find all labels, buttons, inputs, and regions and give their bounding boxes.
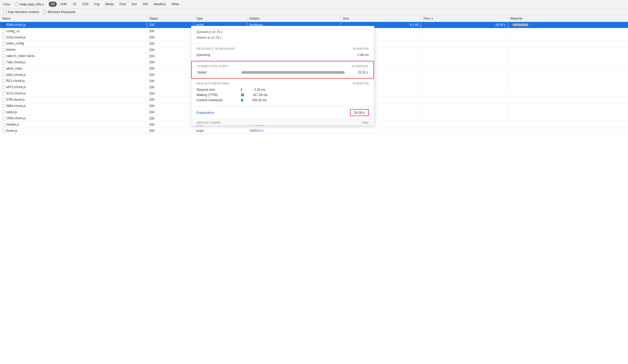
filter-btn-ws[interactable]: WS bbox=[141, 2, 150, 7]
cell-waterfall bbox=[508, 115, 628, 122]
file-icon bbox=[2, 110, 5, 114]
th-status[interactable]: Status bbox=[147, 15, 194, 22]
cell-time: 26.08 s bbox=[421, 22, 508, 28]
hide-data-urls-label[interactable]: Hide data URLs bbox=[20, 2, 44, 6]
total-time-box: 26.09 s bbox=[350, 109, 369, 116]
content-download-duration: 158.30 ms bbox=[246, 98, 267, 102]
th-name[interactable]: Name bbox=[0, 15, 147, 22]
cell-time bbox=[421, 53, 508, 59]
filter-btn-xhr[interactable]: XHR bbox=[58, 2, 69, 7]
cell-name: 417a.chunk.js bbox=[0, 90, 147, 97]
cell-name: 5419.chunk.js bbox=[0, 34, 147, 41]
cell-waterfall bbox=[508, 41, 628, 47]
cell-name: tokens bbox=[0, 47, 147, 53]
has-blocked-cookies-label[interactable]: Has blocked cookies bbox=[8, 10, 39, 14]
cell-status: 200 bbox=[147, 109, 194, 115]
cell-time bbox=[421, 65, 508, 72]
cell-waterfall bbox=[508, 59, 628, 65]
th-size[interactable]: Size bbox=[341, 15, 421, 22]
th-initiator[interactable]: Initiator bbox=[247, 15, 341, 22]
initiator-link[interactable]: VM3512:1 bbox=[249, 129, 264, 133]
cell-status: 200 bbox=[147, 41, 194, 47]
file-icon bbox=[2, 61, 5, 64]
filter-btn-js[interactable]: JS bbox=[70, 2, 78, 7]
table-row[interactable]: footer.js200scriptVM3512:1 bbox=[0, 128, 628, 134]
connection-start-section: Connection Start DURATION Stalled 25.51 … bbox=[191, 61, 374, 79]
stalled-duration: 25.51 s bbox=[347, 71, 368, 74]
filter-btn-css[interactable]: CSS bbox=[80, 2, 91, 7]
cell-initiator[interactable]: VM3512:1 bbox=[247, 128, 341, 134]
stalled-bar bbox=[242, 71, 345, 74]
blocked-requests-checkbox[interactable] bbox=[43, 10, 46, 14]
cell-name: 1559.chunk.js bbox=[0, 115, 147, 122]
ttfb-label: Waiting (TTFB) bbox=[197, 93, 238, 97]
filter-btn-other[interactable]: Other bbox=[169, 2, 182, 7]
cell-name: rates?c_token=&tok... bbox=[0, 53, 147, 59]
waterfall-bar bbox=[513, 24, 528, 26]
file-icon bbox=[2, 92, 5, 95]
file-icon bbox=[2, 30, 5, 33]
file-icon bbox=[2, 129, 5, 133]
request-sent-bar bbox=[241, 88, 242, 91]
filter-type-buttons: AllXHRJSCSSImgMediaFontDocWSManifestOthe… bbox=[49, 2, 182, 7]
timing-total-row: Explanation 26.09 s bbox=[191, 106, 374, 119]
timing-row-request-sent: Request sent 2.28 ms bbox=[197, 87, 369, 92]
cell-waterfall bbox=[508, 103, 628, 109]
timing-started-at: Started at 10.78 s bbox=[197, 35, 369, 41]
cell-name: 7dac.chunk.js bbox=[0, 59, 147, 65]
has-blocked-cookies-checkbox[interactable] bbox=[3, 10, 7, 14]
cell-waterfall bbox=[508, 109, 628, 115]
file-icon bbox=[2, 117, 5, 120]
sort-arrow-icon: ▼ bbox=[431, 17, 434, 20]
connection-start-title: Connection Start bbox=[197, 65, 228, 68]
file-icon bbox=[2, 48, 5, 52]
cell-status: 200 bbox=[147, 84, 194, 90]
hide-data-urls-checkbox[interactable] bbox=[15, 3, 18, 6]
cell-time bbox=[421, 103, 508, 109]
timing-row-content-download: Content Download 158.30 ms bbox=[197, 98, 369, 103]
ttfb-bar bbox=[241, 94, 244, 96]
cell-name: footer.js bbox=[0, 128, 147, 134]
explanation-link[interactable]: Explanation bbox=[197, 111, 214, 115]
filter-btn-all[interactable]: All bbox=[49, 2, 57, 7]
table-header-row: Name Status Type Initiator Size Time ▼ W… bbox=[0, 15, 628, 22]
file-icon bbox=[2, 98, 5, 102]
timing-queued-at: Queued at 10.78 s bbox=[197, 29, 369, 35]
cell-time bbox=[421, 122, 508, 128]
cell-time bbox=[421, 128, 508, 134]
content-download-bar bbox=[241, 99, 243, 101]
cell-name: index_config bbox=[0, 41, 147, 47]
th-time[interactable]: Time ▼ bbox=[421, 15, 508, 22]
queueing-bar bbox=[241, 54, 345, 56]
filter-btn-media[interactable]: Media bbox=[103, 2, 116, 7]
file-icon bbox=[2, 36, 5, 39]
filter-row2: Has blocked cookies Blocked Requests bbox=[0, 9, 628, 15]
cell-status: 200 bbox=[147, 122, 194, 128]
blocked-requests-label[interactable]: Blocked Requests bbox=[48, 10, 75, 14]
cell-waterfall bbox=[508, 53, 628, 59]
cell-name: 92e9.chunk.js bbox=[0, 22, 147, 28]
cell-name: allow_index bbox=[0, 65, 147, 72]
cell-time bbox=[421, 96, 508, 103]
filter-label: Filter bbox=[3, 2, 11, 6]
th-type[interactable]: Type bbox=[194, 15, 247, 22]
timing-queued-section: Queued at 10.78 s Started at 10.78 s bbox=[191, 26, 374, 44]
server-timing-time-header: TIME bbox=[361, 121, 369, 124]
timing-row-ttfb: Waiting (TTFB) 417.09 ms bbox=[197, 92, 369, 98]
filter-btn-manifest[interactable]: Manifest bbox=[151, 2, 168, 7]
th-waterfall[interactable]: Waterfall bbox=[508, 15, 628, 22]
cell-waterfall bbox=[508, 65, 628, 72]
resource-scheduling-header: Resource Scheduling DURATION bbox=[197, 47, 369, 50]
filter-btn-img[interactable]: Img bbox=[92, 2, 102, 7]
cell-status: 200 bbox=[147, 47, 194, 53]
cell-status: 200 bbox=[147, 53, 194, 59]
cell-size bbox=[341, 128, 421, 134]
cell-status: 200 bbox=[147, 59, 194, 65]
cell-waterfall bbox=[508, 96, 628, 103]
cell-status: 200 bbox=[147, 22, 194, 28]
request-response-duration-header: DURATION bbox=[353, 82, 369, 85]
timing-row-stalled: Stalled 25.51 s bbox=[197, 70, 368, 75]
filter-btn-font[interactable]: Font bbox=[117, 2, 128, 7]
resource-scheduling-section: Resource Scheduling DURATION Queueing 2.… bbox=[191, 44, 374, 61]
filter-btn-doc[interactable]: Doc bbox=[129, 2, 139, 7]
